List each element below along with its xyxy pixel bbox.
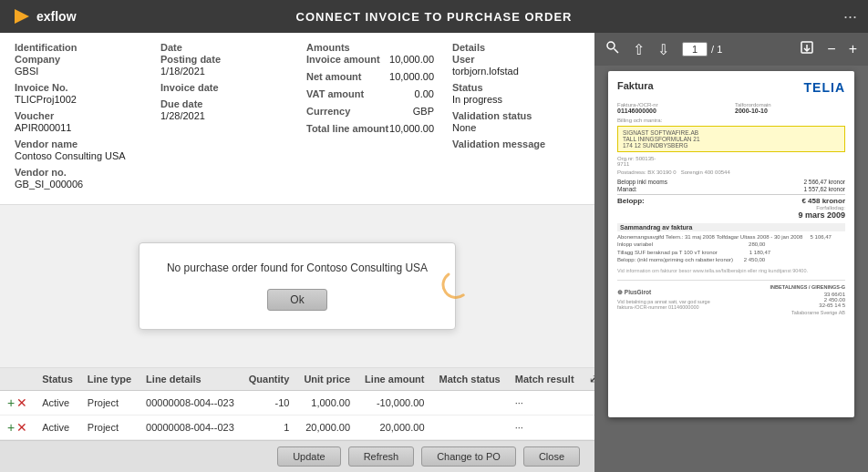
invoice-amount-value: 10,000.00: [389, 54, 434, 65]
page-input[interactable]: [682, 42, 708, 56]
inv-summary-title: Sammandrag av faktura: [617, 223, 845, 231]
user-label: User: [452, 54, 580, 65]
main-area: Identification Company GBSI Invoice No. …: [0, 33, 868, 472]
table-header-row: Status Line type Line details Quantity U…: [0, 368, 594, 391]
inv-summary-line-4: Belopp: (inkl moms)priming och rabatter …: [617, 256, 845, 263]
zoom-in-btn[interactable]: +: [845, 39, 861, 59]
inv-giro-title: INBETALNINGS / GIRENINGS-G: [770, 284, 845, 290]
row1-unit-price: 1,000.00: [296, 391, 357, 416]
row1-line-type: Project: [80, 391, 139, 416]
invoice-details: Identification Company GBSI Invoice No. …: [0, 33, 594, 205]
inv-summary-line-1: Abonemangsavgifd Telem.: 31 maj 2008 Tol…: [617, 233, 845, 241]
row1-add-icon[interactable]: +: [7, 395, 15, 410]
inv-giro-info: INBETALNINGS / GIRENINGS-G 33 66/012 450…: [770, 284, 845, 315]
dialog-area: No purchase order found for Contoso Cons…: [0, 205, 594, 367]
invoice-no-value: TLICProj1002: [15, 94, 142, 105]
close-button[interactable]: Close: [523, 446, 580, 467]
posting-date-value: 1/18/2021: [160, 66, 288, 77]
row1-remove-icon[interactable]: ✕: [16, 395, 27, 410]
posting-date-label: Posting date: [160, 54, 288, 65]
prev-page-btn[interactable]: ⇧: [629, 39, 648, 60]
update-button[interactable]: Update: [277, 446, 340, 467]
spinner: [438, 267, 474, 306]
invoice-no-label: Invoice No.: [15, 82, 142, 93]
logo-area: exflow: [11, 5, 77, 27]
inv-giro-section: ⊕ PlusGirot Vid betalning pa annat satt,…: [617, 280, 845, 315]
net-amount-group: Net amount 10,000.00: [306, 71, 434, 83]
inv-giro-company: Taliaborarne Sverige AB: [770, 310, 845, 315]
inv-billing-label: Billing och mantra:: [617, 118, 663, 123]
header-menu-dots[interactable]: ···: [843, 7, 857, 26]
vat-amount-value: 0.00: [415, 88, 434, 99]
vat-amount-label: VAT amount: [306, 88, 364, 99]
details-header: Details: [452, 42, 580, 53]
inv-due-date: Forfallodag: 9 mars 2009: [617, 205, 845, 220]
dialog-message: No purchase order found for Contoso Cons…: [167, 262, 428, 274]
row2-unit-price: 20,000.00: [296, 416, 357, 440]
row1-expand: [582, 391, 594, 416]
inv-postal-row: Postadress: BX 30190 0 Sorengin 400 0054…: [617, 169, 845, 175]
col-actions: [0, 368, 35, 391]
row2-line-amount: 20,000.00: [357, 416, 431, 440]
inv-fine-print: Vid information om fakturor besor www.te…: [617, 268, 845, 274]
search-btn[interactable]: [602, 38, 624, 60]
row2-line-type: Project: [80, 416, 139, 440]
inv-title: Faktura: [617, 80, 654, 91]
row2-quantity: 1: [242, 416, 297, 440]
row2-add-icon[interactable]: +: [7, 420, 15, 435]
svg-point-1: [442, 271, 470, 299]
validation-message-group: Validation message: [452, 139, 580, 149]
inv-total-val: € 458 kronor: [801, 197, 845, 205]
vendor-name-value: Contoso Consulting USA: [15, 150, 142, 161]
identification-header: Identification: [15, 42, 142, 53]
company-label: Company: [15, 54, 142, 65]
vendor-no-group: Vendor no. GB_SI_000006: [15, 167, 142, 190]
inv-total-label: Belopp:: [617, 197, 645, 205]
left-panel: Identification Company GBSI Invoice No. …: [0, 33, 594, 472]
inv-header: Faktura TELIA: [617, 80, 845, 95]
refresh-button[interactable]: Refresh: [348, 446, 415, 467]
logo-text: exflow: [36, 9, 77, 24]
validation-status-label: Validation status: [452, 110, 580, 121]
row2-actions: + ✕: [0, 416, 35, 440]
ok-button[interactable]: Ok: [267, 289, 326, 311]
net-amount-label: Net amount: [306, 71, 362, 82]
page-nav: / 1: [682, 42, 722, 56]
col-status: Status: [35, 368, 80, 391]
inv-ref-value: 01146000000: [617, 108, 728, 114]
date-header: Date: [160, 42, 288, 53]
inv-billing-row: Billing och mantra:: [617, 118, 845, 123]
svg-marker-0: [15, 9, 29, 24]
voucher-group: Voucher APIR000011: [15, 110, 142, 133]
inv-due-label: Forfallodag:: [617, 205, 845, 210]
row1-status: Active: [35, 391, 80, 416]
zoom-out-btn[interactable]: −: [823, 39, 839, 59]
company-value: GBSI: [15, 66, 142, 77]
inv-org-row: Org.nr: 500135-9711: [617, 156, 845, 167]
inv-giro-amounts: 33 66/012 450.0032-65 14 5: [770, 292, 845, 308]
vat-amount-group: VAT amount 0.00: [306, 88, 434, 100]
status-group: Status In progress: [452, 82, 580, 105]
identification-column: Identification Company GBSI Invoice No. …: [15, 42, 142, 195]
currency-label: Currency: [306, 106, 350, 117]
change-to-po-button[interactable]: Change to PO: [421, 446, 516, 467]
row2-match-status: [432, 416, 508, 440]
row2-remove-icon[interactable]: ✕: [16, 420, 27, 435]
details-column: Details User torbjorn.lofstad Status In …: [452, 42, 580, 195]
invoice-no-group: Invoice No. TLICProj1002: [15, 82, 142, 105]
preview-toolbar: ⇧ ⇩ / 1 − +: [594, 33, 868, 66]
col-match-result: Match result: [508, 368, 582, 391]
export-btn[interactable]: [796, 38, 818, 60]
status-label: Status: [452, 82, 580, 93]
table-row: + ✕ Active Project 00000008-004--023 1 2…: [0, 416, 594, 440]
next-page-btn[interactable]: ⇩: [654, 39, 673, 60]
invoice-preview-area: Faktura TELIA Faktura-/OCR-nr 0114600000…: [594, 66, 868, 472]
inv-giro-logo: ⊕ PlusGirot: [617, 289, 710, 296]
inv-summary-lines: Abonemangsavgifd Telem.: 31 maj 2008 Tol…: [617, 233, 845, 264]
svg-point-2: [607, 42, 615, 49]
voucher-value: APIR000011: [15, 122, 142, 133]
vendor-no-label: Vendor no.: [15, 167, 142, 178]
user-group: User torbjorn.lofstad: [452, 54, 580, 77]
logo-icon: [11, 5, 33, 27]
row2-line-details: 00000008-004--023: [139, 416, 242, 440]
